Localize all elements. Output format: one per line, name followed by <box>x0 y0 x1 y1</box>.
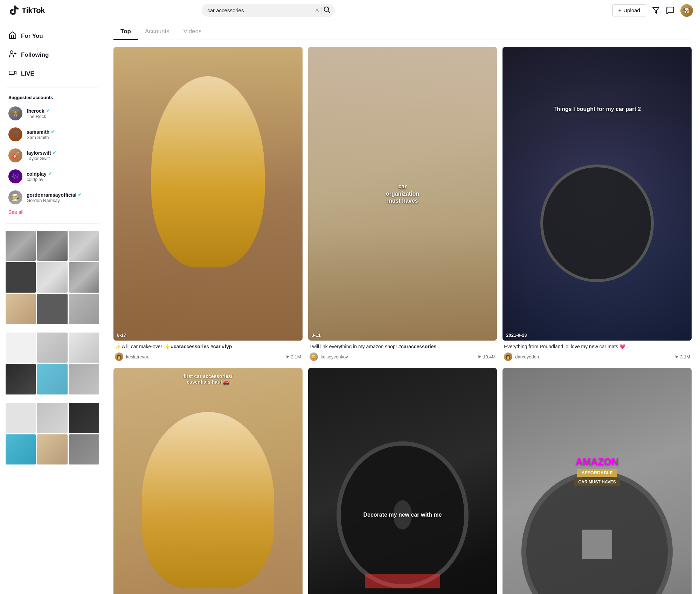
logo-area: TikTok <box>7 4 63 17</box>
account-info-taylorswift: taylorswift ✔ Taylor Swift <box>27 150 96 161</box>
following-label: Following <box>21 51 49 58</box>
inbox-button[interactable] <box>666 6 675 15</box>
svg-marker-10 <box>676 355 678 358</box>
see-all-button[interactable]: See all <box>0 208 105 219</box>
account-avatar-therock: 🏋 <box>8 106 22 120</box>
sidebar-thumb-15 <box>69 364 99 394</box>
account-item-gordonramsay[interactable]: 👨‍🍳 gordonramsayofficial ✔ Gordon Ramsay <box>0 187 105 208</box>
search-tabs: Top Accounts Videos <box>113 21 692 40</box>
sidebar-thumb-20 <box>37 434 67 464</box>
sidebar-thumb-21 <box>69 434 99 464</box>
video-thumb-5: Decorate my new car with me 1-29 <box>308 368 497 594</box>
sidebar-thumb-14 <box>37 364 67 394</box>
video-overlay-top-4: first car accessories/essentials haul 🚗 <box>113 373 303 385</box>
video-date-3: 2021-9-23 <box>506 333 527 338</box>
sidebar-thumb-1 <box>6 231 36 261</box>
user-avatar[interactable]: 🐶 <box>680 4 693 17</box>
video-thumb-1: 8-17 <box>113 47 303 341</box>
video-meta-1: 👩 kesiatrevor... 2.1M <box>115 352 301 361</box>
sidebar-item-for-you[interactable]: For You <box>3 27 102 46</box>
amazon-affordable-badge: AFFORDABLE <box>577 469 617 477</box>
tab-videos[interactable]: Videos <box>176 24 209 40</box>
tab-accounts[interactable]: Accounts <box>138 24 176 40</box>
sidebar-thumb-11 <box>37 333 67 363</box>
video-date-2: 3-11 <box>312 333 321 338</box>
video-card-3[interactable]: Things I bought for my car part 2 2021-9… <box>503 47 692 362</box>
account-info-coldplay: coldplay ✔ coldplay <box>27 171 96 182</box>
upload-plus-icon: + <box>618 7 622 13</box>
sidebar-thumb-5 <box>37 262 67 292</box>
video-avatar-3: 👩 <box>504 352 512 361</box>
tab-top[interactable]: Top <box>113 24 138 40</box>
account-info-therock: therock ✔ The Rock <box>27 108 96 119</box>
account-displayname-coldplay: coldplay <box>27 177 96 182</box>
video-card-1[interactable]: 8-17 ✨ A lil car make-over ✨ #caraccesso… <box>113 47 303 362</box>
sidebar-thumb-9 <box>69 294 99 324</box>
sidebar-thumbnails-3 <box>0 400 105 468</box>
sidebar-thumbnails <box>0 228 105 327</box>
video-overlay-2: carorganizationmust haves <box>318 183 488 205</box>
sidebar-thumb-17 <box>37 403 67 433</box>
sidebar-divider-2 <box>6 223 99 224</box>
video-overlay-amazon-6: AMAZON AFFORDABLE CAR MUST HAVES <box>503 456 692 486</box>
video-card-6[interactable]: AMAZON AFFORDABLE CAR MUST HAVES 3-27 Ev… <box>503 368 692 594</box>
sidebar: For You Following LIVE Suggested account… <box>0 21 105 594</box>
video-overlay-5: Decorate my new car with me <box>318 511 488 518</box>
following-icon <box>8 50 17 60</box>
video-username-1: kesiatrevor... <box>126 354 283 359</box>
account-item-taylorswift[interactable]: 🎸 taylorswift ✔ Taylor Swift <box>0 145 105 166</box>
video-info-3: Everything from Poundland lol love my ne… <box>503 341 692 362</box>
home-icon <box>8 31 17 41</box>
account-displayname-samsmith: Sam Smith <box>27 135 96 140</box>
play-icon <box>286 355 290 359</box>
video-card-5[interactable]: Decorate my new car with me 1-29 The whe… <box>308 368 497 594</box>
video-username-2: kelseyvenkov <box>321 354 475 359</box>
account-displayname-therock: The Rock <box>27 114 96 119</box>
verified-icon-coldplay: ✔ <box>48 171 52 176</box>
account-item-coldplay[interactable]: 🎶 coldplay ✔ coldplay <box>0 166 105 187</box>
svg-point-4 <box>10 51 13 54</box>
svg-rect-7 <box>9 71 14 75</box>
sidebar-thumb-19 <box>6 434 36 464</box>
logo-text: TikTok <box>22 6 45 15</box>
svg-marker-8 <box>286 355 289 358</box>
play-icon <box>675 355 679 359</box>
video-thumb-6: AMAZON AFFORDABLE CAR MUST HAVES 3-27 <box>503 368 692 594</box>
sidebar-thumb-16 <box>6 403 36 433</box>
svg-marker-3 <box>653 7 659 13</box>
sidebar-thumb-2 <box>37 231 67 261</box>
video-card-4[interactable]: first car accessories/essentials haul 🚗 … <box>113 368 303 594</box>
video-thumb-3: Things I bought for my car part 2 2021-9… <box>503 47 692 341</box>
video-desc-3: Everything from Poundland lol love my ne… <box>504 343 690 350</box>
account-avatar-coldplay: 🎶 <box>8 169 22 183</box>
content-area: Top Accounts Videos 8-17 ✨ A lil car m <box>105 21 700 594</box>
video-grid: 8-17 ✨ A lil car make-over ✨ #caraccesso… <box>113 47 692 594</box>
sidebar-item-live[interactable]: LIVE <box>3 64 102 83</box>
sidebar-thumb-4 <box>6 262 36 292</box>
sidebar-item-following[interactable]: Following <box>3 46 102 64</box>
video-views-2: 10.4M <box>478 354 495 359</box>
filter-button[interactable] <box>652 6 660 15</box>
amazon-musthaves-badge: CAR MUST HAVES <box>574 478 620 486</box>
account-item-therock[interactable]: 🏋 therock ✔ The Rock <box>0 103 105 124</box>
video-card-2[interactable]: carorganizationmust haves 3-11 I will li… <box>308 47 497 362</box>
upload-label: Upload <box>623 7 640 13</box>
video-desc-2: I will link everything in my amazon shop… <box>310 343 496 350</box>
upload-button[interactable]: + Upload <box>612 4 646 16</box>
search-submit-button[interactable] <box>319 3 335 18</box>
sidebar-thumb-3 <box>69 231 99 261</box>
account-username-coldplay: coldplay ✔ <box>27 171 96 177</box>
sidebar-thumb-7 <box>6 294 36 324</box>
video-views-3: 3.1M <box>675 354 690 359</box>
video-username-3: darceyodon... <box>515 354 672 359</box>
filter-icon <box>652 6 660 15</box>
account-username-samsmith: samsmith ✔ <box>27 129 96 135</box>
account-avatar-samsmith: 🎵 <box>8 127 22 141</box>
play-icon <box>478 355 482 359</box>
verified-icon-therock: ✔ <box>46 108 50 113</box>
video-avatar-2: 👱 <box>310 352 318 361</box>
sidebar-thumb-6 <box>69 262 99 292</box>
search-bar: ✕ <box>202 4 335 17</box>
account-item-samsmith[interactable]: 🎵 samsmith ✔ Sam Smith <box>0 124 105 145</box>
search-icon <box>323 6 331 13</box>
